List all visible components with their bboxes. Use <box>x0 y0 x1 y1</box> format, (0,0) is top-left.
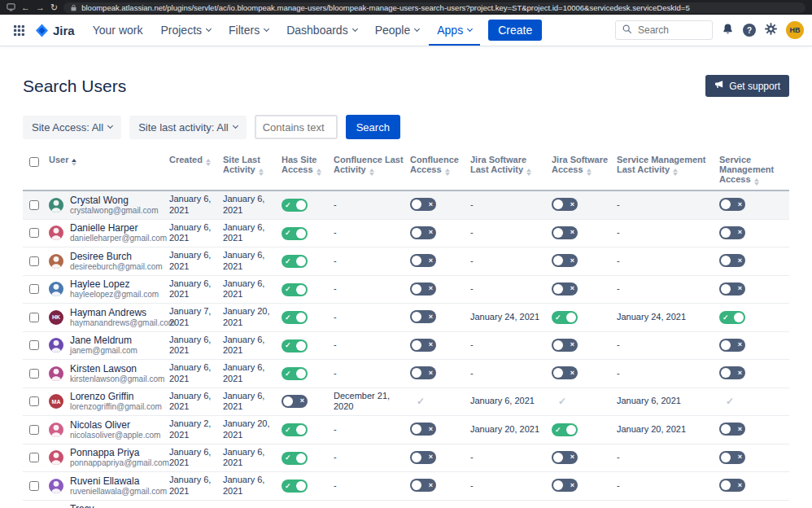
access-toggle[interactable]: × <box>552 366 578 379</box>
access-toggle[interactable]: × <box>410 310 436 323</box>
access-toggle[interactable]: ✓ <box>282 199 308 212</box>
contains-text-input[interactable] <box>255 115 338 139</box>
row-checkbox[interactable] <box>29 369 39 379</box>
col-site-last-activity[interactable]: Site Last Activity <box>220 151 278 190</box>
forward-button[interactable]: → <box>36 3 45 12</box>
row-checkbox[interactable] <box>29 228 39 238</box>
access-toggle[interactable]: ✓ <box>282 339 308 353</box>
nav-item-dashboards[interactable]: Dashboards <box>278 15 365 46</box>
access-toggle[interactable]: × <box>719 226 745 239</box>
service-management-last-activity-cell: - <box>613 275 716 304</box>
confluence-last-activity-cell: - <box>330 331 407 360</box>
access-toggle[interactable]: × <box>719 451 745 464</box>
jira-logo[interactable]: Jira <box>32 15 83 46</box>
access-toggle[interactable]: × <box>719 282 745 296</box>
access-toggle[interactable]: ✓ <box>552 311 578 324</box>
row-checkbox[interactable] <box>29 481 39 491</box>
access-toggle[interactable]: × <box>552 198 578 211</box>
col-user[interactable]: User <box>46 151 166 190</box>
col-created[interactable]: Created <box>166 151 220 190</box>
access-toggle[interactable]: × <box>552 479 578 492</box>
access-toggle[interactable]: ✓ <box>282 480 308 493</box>
settings-gear-icon[interactable] <box>765 23 777 38</box>
access-toggle[interactable]: × <box>552 254 578 267</box>
access-toggle[interactable]: × <box>410 226 436 239</box>
access-toggle[interactable]: × <box>719 254 745 267</box>
access-toggle[interactable]: × <box>410 479 436 492</box>
access-toggle[interactable]: × <box>552 451 578 464</box>
access-toggle[interactable]: ✓ <box>282 311 308 324</box>
url-bar[interactable]: bloompeak.atlassian.net/plugins/servlet/… <box>63 2 805 13</box>
access-toggle[interactable]: × <box>719 198 745 211</box>
nav-item-filters[interactable]: Filters <box>220 15 277 46</box>
back-button[interactable]: ← <box>21 3 30 12</box>
row-checkbox[interactable] <box>29 425 39 435</box>
table-row: Ponnappa Priya ponnappapriya@gmail.com J… <box>23 444 789 472</box>
access-toggle[interactable]: ✓ <box>282 255 308 268</box>
access-toggle[interactable]: ✓ <box>282 227 308 240</box>
col-confluence-last-activity[interactable]: Confluence Last Activity <box>330 151 407 190</box>
access-toggle[interactable]: × <box>282 395 308 408</box>
access-toggle[interactable]: × <box>719 339 745 352</box>
select-all-checkbox[interactable] <box>29 157 39 167</box>
access-toggle[interactable]: × <box>719 479 745 492</box>
row-checkbox[interactable] <box>29 313 39 322</box>
search-button[interactable]: Search <box>346 115 400 139</box>
access-toggle[interactable]: × <box>410 451 436 464</box>
col-confluence-access[interactable]: Confluence Access <box>407 151 467 190</box>
row-checkbox[interactable] <box>29 284 39 294</box>
access-toggle[interactable]: × <box>719 366 745 379</box>
notifications-bell-icon[interactable] <box>722 23 734 38</box>
col-service-management-access[interactable]: Service Management Access <box>716 151 789 190</box>
jira-last-activity-cell: January 24, 2021 <box>467 304 548 332</box>
sort-icon <box>206 159 211 166</box>
access-toggle[interactable]: × <box>410 423 436 436</box>
col-service-management-last-activity[interactable]: Service Management Last Activity <box>613 151 716 190</box>
get-support-button[interactable]: Get support <box>705 75 789 97</box>
access-toggle[interactable]: ✓ <box>282 283 308 296</box>
app-switcher-button[interactable] <box>8 15 30 46</box>
nav-item-apps[interactable]: Apps <box>429 15 480 46</box>
site-access-filter[interactable]: Site Access: All <box>23 116 121 139</box>
access-toggle[interactable]: × <box>552 339 578 352</box>
access-toggle[interactable]: × <box>552 282 578 296</box>
access-toggle[interactable]: ✓ <box>282 367 308 380</box>
access-toggle[interactable]: ✓ <box>719 311 745 324</box>
access-toggle[interactable]: × <box>410 198 436 211</box>
service-management-access-cell: ✓ <box>716 388 789 416</box>
service-management-last-activity-cell: January 20, 2021 <box>613 416 716 444</box>
user-email: ruveniellawala@gmail.com <box>70 487 167 497</box>
access-toggle[interactable]: × <box>410 366 436 379</box>
row-checkbox[interactable] <box>29 396 39 406</box>
search-input[interactable] <box>636 24 701 37</box>
nav-item-projects[interactable]: Projects <box>152 15 219 46</box>
row-checkbox[interactable] <box>29 200 39 210</box>
reload-button[interactable]: ↻ <box>50 3 58 12</box>
access-toggle[interactable]: ✓ <box>552 423 578 436</box>
row-checkbox[interactable] <box>29 453 39 462</box>
col-has-site-access[interactable]: Has Site Access <box>278 151 330 190</box>
row-checkbox[interactable] <box>29 340 39 350</box>
confluence-access-cell: ✓ <box>407 388 467 416</box>
nav-item-people[interactable]: People <box>367 15 428 46</box>
help-icon[interactable]: ? <box>743 24 756 37</box>
access-toggle[interactable]: × <box>410 282 436 296</box>
row-checkbox[interactable] <box>29 256 39 266</box>
user-avatar[interactable]: HB <box>786 21 804 39</box>
access-toggle[interactable]: × <box>410 254 436 267</box>
jira-last-activity-cell: - <box>467 331 548 360</box>
col-jira-access[interactable]: Jira Software Access <box>548 151 613 190</box>
access-toggle[interactable]: ✓ <box>282 452 308 465</box>
site-last-activity-cell: January 6, 2021 <box>220 190 278 219</box>
access-toggle[interactable]: × <box>719 423 745 436</box>
col-jira-last-activity[interactable]: Jira Software Last Activity <box>467 151 548 190</box>
site-last-activity-filter[interactable]: Site last activity: All <box>129 116 247 139</box>
browser-chrome: ← → ↻ bloompeak.atlassian.net/plugins/se… <box>0 0 812 15</box>
access-toggle[interactable]: × <box>410 339 436 352</box>
confluence-access-cell: × <box>407 219 467 247</box>
navbar-search[interactable] <box>615 20 713 40</box>
access-toggle[interactable]: × <box>552 226 578 239</box>
nav-item-your-work[interactable]: Your work <box>85 15 151 46</box>
create-button[interactable]: Create <box>488 20 542 41</box>
access-toggle[interactable]: ✓ <box>282 423 308 436</box>
